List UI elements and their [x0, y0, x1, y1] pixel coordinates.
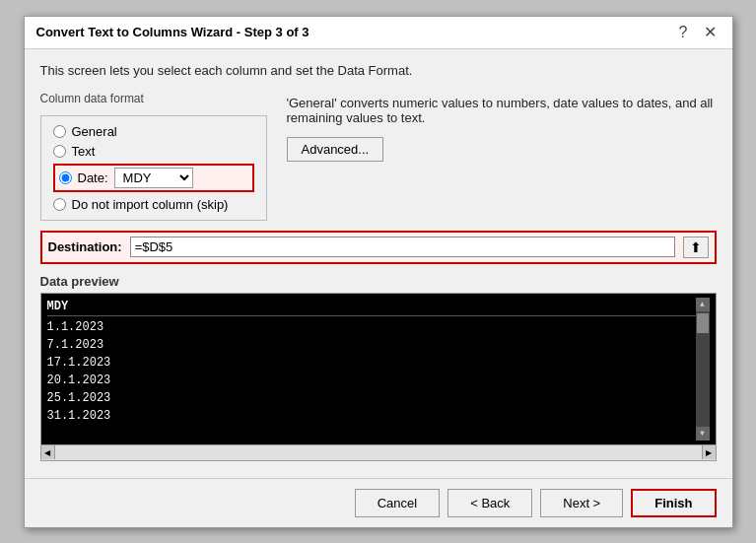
- radio-text: Text: [53, 144, 254, 159]
- data-preview-label: Data preview: [40, 274, 717, 289]
- list-item: 31.1.2023: [47, 407, 696, 425]
- radio-skip-input[interactable]: [53, 198, 66, 211]
- radio-date-label[interactable]: Date:: [78, 170, 108, 185]
- column-format-label: Column data format: [40, 92, 267, 105]
- column-format-section: Column data format General Text: [40, 92, 267, 221]
- description-text: This screen lets you select each column …: [40, 63, 717, 78]
- title-bar: Convert Text to Columns Wizard - Step 3 …: [25, 17, 732, 49]
- scroll-up-button[interactable]: ▲: [696, 298, 710, 311]
- date-format-select[interactable]: MDY DMY YMD MYD DYM YDM: [114, 168, 193, 188]
- list-item: 20.1.2023: [47, 372, 696, 389]
- hscroll-left-button[interactable]: ◀: [41, 445, 55, 459]
- list-item: 7.1.2023: [47, 336, 696, 354]
- preview-content: MDY 1.1.2023 7.1.2023 17.1.2023 20.1.202…: [47, 298, 696, 441]
- dialog-title: Convert Text to Columns Wizard - Step 3 …: [36, 25, 309, 39]
- title-bar-buttons: ? ✕: [675, 25, 721, 40]
- scrollbar-thumb[interactable]: [697, 313, 709, 333]
- radio-general-label[interactable]: General: [72, 124, 117, 139]
- right-description-text: 'General' converts numeric values to num…: [287, 96, 717, 125]
- radio-text-input[interactable]: [53, 145, 66, 158]
- horizontal-scrollbar: ◀ ▶: [40, 445, 717, 461]
- advanced-button[interactable]: Advanced...: [287, 137, 384, 162]
- radio-skip: Do not import column (skip): [53, 197, 254, 212]
- close-button[interactable]: ✕: [700, 25, 721, 40]
- dialog: Convert Text to Columns Wizard - Step 3 …: [24, 16, 733, 528]
- format-options: General Text Date: MDY DMY: [53, 124, 254, 212]
- data-preview-section: Data preview MDY 1.1.2023 7.1.2023 17.1.…: [40, 274, 717, 461]
- help-button[interactable]: ?: [675, 25, 692, 40]
- radio-general: General: [53, 124, 254, 139]
- next-button[interactable]: Next >: [540, 489, 623, 517]
- hscroll-right-button[interactable]: ▶: [702, 445, 716, 459]
- preview-header: MDY: [47, 298, 696, 316]
- preview-container: MDY 1.1.2023 7.1.2023 17.1.2023 20.1.202…: [40, 293, 717, 445]
- right-section: 'General' converts numeric values to num…: [287, 92, 717, 162]
- list-item: 1.1.2023: [47, 318, 696, 336]
- footer: Cancel < Back Next > Finish: [25, 478, 732, 527]
- radio-date-row: Date: MDY DMY YMD MYD DYM YDM: [53, 164, 254, 192]
- radio-general-input[interactable]: [53, 125, 66, 138]
- destination-label: Destination:: [48, 239, 122, 254]
- finish-button[interactable]: Finish: [631, 489, 716, 517]
- preview-data: 1.1.2023 7.1.2023 17.1.2023 20.1.2023 25…: [47, 318, 696, 425]
- top-section: Column data format General Text: [40, 92, 717, 221]
- destination-collapse-button[interactable]: ⬆: [683, 237, 709, 258]
- destination-input[interactable]: [130, 237, 675, 257]
- title-bar-title: Convert Text to Columns Wizard - Step 3 …: [36, 25, 309, 39]
- cancel-button[interactable]: Cancel: [355, 489, 440, 517]
- scroll-down-button[interactable]: ▼: [696, 427, 710, 441]
- content-area: This screen lets you select each column …: [25, 49, 732, 478]
- list-item: 25.1.2023: [47, 389, 696, 407]
- destination-row: Destination: ⬆: [40, 231, 717, 264]
- vertical-scrollbar: ▲ ▼: [696, 298, 710, 441]
- radio-skip-label[interactable]: Do not import column (skip): [72, 197, 229, 212]
- format-group: General Text Date: MDY DMY: [40, 115, 267, 221]
- radio-date-input[interactable]: [59, 171, 72, 184]
- list-item: 17.1.2023: [47, 354, 696, 372]
- radio-text-label[interactable]: Text: [72, 144, 96, 159]
- back-button[interactable]: < Back: [447, 489, 532, 517]
